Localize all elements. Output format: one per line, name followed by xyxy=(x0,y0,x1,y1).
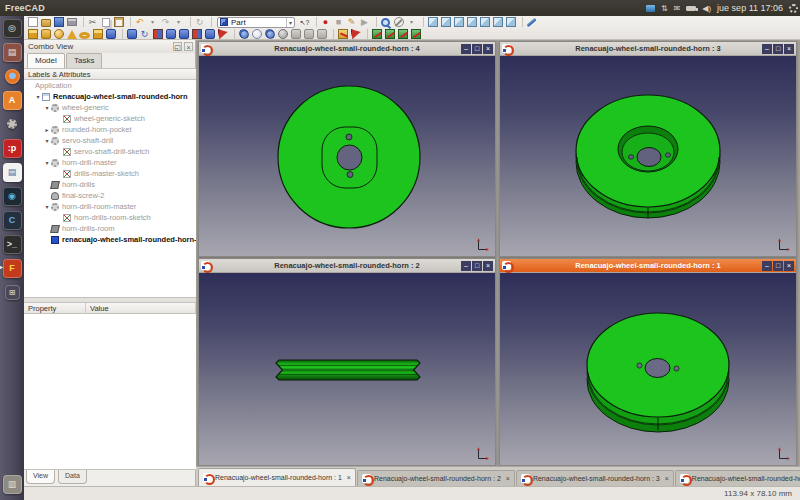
open-file-button[interactable] xyxy=(39,16,52,28)
whats-this-button[interactable]: ↖? xyxy=(298,16,311,28)
launcher-firefox[interactable] xyxy=(0,64,24,88)
dock-float-button[interactable]: ◱ xyxy=(173,42,182,51)
property-editor[interactable] xyxy=(24,314,196,470)
minimize-button[interactable]: – xyxy=(461,261,471,271)
part-revolve-button[interactable]: ↻ xyxy=(138,28,151,40)
draw-style-menu-button[interactable]: ▾ xyxy=(405,16,418,28)
tab-view[interactable]: View xyxy=(26,470,55,484)
print-button[interactable] xyxy=(65,16,78,28)
part-mirror-button[interactable] xyxy=(151,28,164,40)
view-top-button[interactable] xyxy=(452,16,465,28)
window-titlebar[interactable]: Renacuajo-wheel-small-rounded-horn : 2–□… xyxy=(199,259,495,273)
part-section-button[interactable] xyxy=(276,28,289,40)
restore-button[interactable]: □ xyxy=(773,44,783,54)
undo-button[interactable]: ↶ xyxy=(133,16,146,28)
launcher-trash[interactable]: ▥ xyxy=(0,472,24,496)
measure-angular-button[interactable] xyxy=(349,28,362,40)
messaging-menu-icon[interactable]: ✉ xyxy=(674,4,681,13)
launcher-browser-swirl[interactable]: ◉ xyxy=(0,184,24,208)
close-button[interactable]: × xyxy=(483,261,493,271)
tab-close-icon[interactable]: × xyxy=(506,475,510,482)
launcher-workspace-switcher[interactable]: ⊞ xyxy=(0,280,24,304)
view-axonometric-button[interactable] xyxy=(426,16,439,28)
viewport-3d[interactable] xyxy=(199,56,495,256)
thickness-button[interactable] xyxy=(315,28,328,40)
expander-icon[interactable]: ▾ xyxy=(43,159,51,166)
cross-sections-button[interactable] xyxy=(289,28,302,40)
part-box-button[interactable] xyxy=(26,28,39,40)
tree-item-wheel-generic[interactable]: ▾wheel-generic xyxy=(24,102,196,113)
refresh-button[interactable]: ↻ xyxy=(193,16,206,28)
tree-item-horn-drill-master[interactable]: ▾horn-drill-master xyxy=(24,157,196,168)
draw-style-button[interactable] xyxy=(392,16,405,28)
new-file-button[interactable] xyxy=(26,16,39,28)
copy-button[interactable] xyxy=(99,16,112,28)
launcher-dash-home[interactable]: ◎ xyxy=(0,16,24,40)
restore-button[interactable]: □ xyxy=(472,261,482,271)
window-titlebar[interactable]: Renacuajo-wheel-small-rounded-horn : 4–□… xyxy=(199,42,495,56)
tree-item-renacuajo-wheel-small-rounded-horn-final[interactable]: renacuajo-wheel-small-rounded-horn-final xyxy=(24,234,196,245)
launcher-media-player[interactable]: :p xyxy=(0,136,24,160)
part-torus-button[interactable] xyxy=(78,28,91,40)
part-chamfer-button[interactable] xyxy=(177,28,190,40)
document-tab-3[interactable]: Renacuajo-wheel-small-rounded-horn : 3× xyxy=(516,470,674,486)
minimize-button[interactable]: – xyxy=(762,261,772,271)
undo-menu-button[interactable]: ▾ xyxy=(146,16,159,28)
viewport-3d[interactable] xyxy=(500,273,796,465)
launcher-system-settings[interactable] xyxy=(0,112,24,136)
macro-record-button[interactable]: ● xyxy=(319,16,332,28)
close-button[interactable]: × xyxy=(784,261,794,271)
measure-distance-button[interactable] xyxy=(525,16,538,28)
tab-data[interactable]: Data xyxy=(58,470,87,484)
viewport-3d[interactable] xyxy=(199,273,495,465)
measure-refresh-button[interactable] xyxy=(370,28,383,40)
document-tab-4[interactable]: Renacuajo-wheel-small-rounded-horn : 4× xyxy=(675,470,800,486)
view-bottom-button[interactable] xyxy=(491,16,504,28)
part-cylinder-button[interactable] xyxy=(39,28,52,40)
redo-button[interactable]: ↷ xyxy=(159,16,172,28)
close-button[interactable]: × xyxy=(784,44,794,54)
macro-edit-button[interactable]: ✎ xyxy=(345,16,358,28)
document-tab-1[interactable]: Renacuajo-wheel-small-rounded-horn : 1× xyxy=(198,468,356,486)
boolean-cut-button[interactable] xyxy=(263,28,276,40)
close-button[interactable]: × xyxy=(483,44,493,54)
wheel-model[interactable] xyxy=(500,56,796,256)
cut-button[interactable]: ✂ xyxy=(86,16,99,28)
part-primitives-button[interactable] xyxy=(91,28,104,40)
paste-button[interactable] xyxy=(112,16,125,28)
clock[interactable]: jue sep 11 17:06 xyxy=(717,3,783,13)
launcher-chromium[interactable]: C xyxy=(0,208,24,232)
expander-icon[interactable]: ▸ xyxy=(43,126,51,133)
restore-button[interactable]: □ xyxy=(472,44,482,54)
tab-model[interactable]: Model xyxy=(27,53,65,68)
measure-toggle-all-button[interactable] xyxy=(383,28,396,40)
boolean-common-button[interactable] xyxy=(250,28,263,40)
tab-close-icon[interactable]: × xyxy=(347,474,351,481)
part-cone-button[interactable] xyxy=(65,28,78,40)
macro-stop-button[interactable]: ■ xyxy=(332,16,345,28)
tree-item-horn-drill-room-master[interactable]: ▾horn-drill-room-master xyxy=(24,201,196,212)
macro-play-button[interactable]: ▶ xyxy=(358,16,371,28)
boolean-union-button[interactable] xyxy=(237,28,250,40)
part-shape-builder-button[interactable] xyxy=(104,28,117,40)
part-sphere-button[interactable] xyxy=(52,28,65,40)
tree-item-rounded-horn-pocket[interactable]: ▸rounded-horn-pocket xyxy=(24,124,196,135)
part-fillet-button[interactable] xyxy=(164,28,177,40)
expander-icon[interactable]: ▾ xyxy=(43,104,51,111)
part-loft-button[interactable] xyxy=(203,28,216,40)
tree-item-drills-master-sketch[interactable]: drills-master-sketch xyxy=(24,168,196,179)
expander-icon[interactable]: ▾ xyxy=(43,203,51,210)
wheel-model[interactable] xyxy=(199,56,495,256)
view-rear-button[interactable] xyxy=(478,16,491,28)
tree-item-final-screw-2[interactable]: final-screw-2 xyxy=(24,190,196,201)
tree-item-horn-drills[interactable]: horn-drills xyxy=(24,179,196,190)
tab-tasks[interactable]: Tasks xyxy=(66,53,102,68)
window-titlebar[interactable]: Renacuajo-wheel-small-rounded-horn : 1–□… xyxy=(500,259,796,273)
tree-item-application[interactable]: Application xyxy=(24,80,196,91)
sync-indicator-icon[interactable]: ⇅ xyxy=(661,4,668,13)
volume-icon[interactable]: ◀) xyxy=(702,4,711,13)
wheel-model[interactable] xyxy=(199,273,495,465)
view-fit-all-button[interactable] xyxy=(379,16,392,28)
save-file-button[interactable] xyxy=(52,16,65,28)
combo-view-header[interactable]: Combo View ◱ × xyxy=(24,40,195,53)
